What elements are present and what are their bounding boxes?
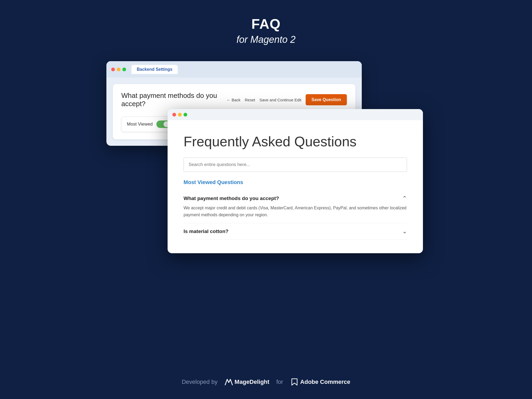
form-actions: ← Back Reset Save and Continue Edit Save… xyxy=(227,94,347,105)
traffic-light-green-2 xyxy=(184,113,187,117)
faq-item-1: What payment methods do you accept? ⌃ We… xyxy=(184,190,407,223)
back-button[interactable]: ← Back xyxy=(227,98,241,102)
traffic-lights-frontend xyxy=(172,113,187,117)
faq-question-2: Is material cotton? xyxy=(184,228,228,234)
faq-main-title: Frequently Asked Questions xyxy=(184,134,407,149)
traffic-light-red-2 xyxy=(172,113,176,117)
traffic-light-yellow xyxy=(117,68,120,71)
faq-item-2: Is material cotton? ⌄ xyxy=(184,223,407,240)
magedelight-name: MageDelight xyxy=(235,379,269,385)
frontend-titlebar xyxy=(168,109,423,120)
page-header: FAQ for Magento 2 xyxy=(236,0,296,45)
traffic-light-red xyxy=(111,68,115,71)
chevron-down-icon: ⌄ xyxy=(402,228,407,235)
most-viewed-heading: Most Viewed Questions xyxy=(184,179,407,185)
faq-item-header-2[interactable]: Is material cotton? ⌄ xyxy=(184,228,407,235)
form-question-title: What payment methods do you accept? xyxy=(121,92,221,108)
reset-button[interactable]: Reset xyxy=(245,98,255,102)
window-frontend: Frequently Asked Questions Most Viewed Q… xyxy=(168,109,423,253)
chevron-up-icon: ⌃ xyxy=(402,195,407,202)
save-continue-button[interactable]: Save and Continue Edit xyxy=(259,98,301,102)
frontend-content: Frequently Asked Questions Most Viewed Q… xyxy=(168,120,423,253)
screenshots-area: Backend Settings What payment methods do… xyxy=(106,61,426,261)
page-title: FAQ xyxy=(236,16,296,32)
backend-tab[interactable]: Backend Settings xyxy=(131,65,178,74)
footer-prefix: Developed by xyxy=(182,379,218,385)
adobe-commerce-name: Adobe Commerce xyxy=(300,379,350,385)
footer-connector: for xyxy=(276,379,283,385)
adobe-logo: Adobe Commerce xyxy=(290,378,350,386)
traffic-lights-backend xyxy=(111,68,126,71)
page-footer: Developed by MageDelight for Adobe Comme… xyxy=(182,368,350,399)
faq-answer-1: We accept major credit and debit cards (… xyxy=(184,205,407,218)
traffic-light-green xyxy=(122,68,126,71)
most-viewed-label: Most Viewed xyxy=(127,122,153,127)
magedelight-logo: MageDelight xyxy=(225,378,269,386)
backend-form-header: What payment methods do you accept? ← Ba… xyxy=(121,92,347,108)
search-input[interactable] xyxy=(184,157,407,172)
backend-titlebar: Backend Settings xyxy=(106,61,362,78)
page-subtitle: for Magento 2 xyxy=(236,34,296,45)
save-question-button[interactable]: Save Question xyxy=(306,94,347,105)
faq-item-header-1[interactable]: What payment methods do you accept? ⌃ xyxy=(184,195,407,202)
traffic-light-yellow-2 xyxy=(178,113,182,117)
faq-question-1: What payment methods do you accept? xyxy=(184,196,279,201)
